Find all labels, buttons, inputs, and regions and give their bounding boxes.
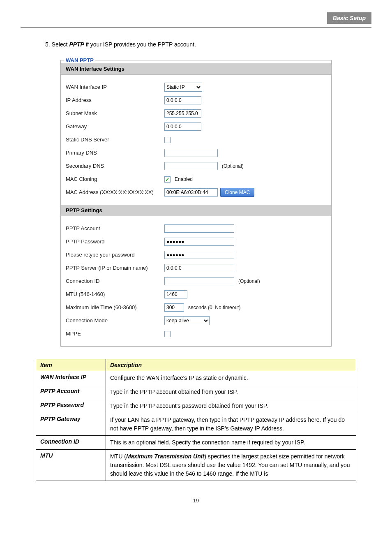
intro-text: 5. Select PPTP if your ISP provides you …	[45, 40, 347, 49]
mac-address-input[interactable]	[164, 188, 218, 197]
clone-mac-button[interactable]: Clone MAC	[220, 188, 254, 197]
label-gateway: Gateway	[66, 122, 164, 131]
secondary-dns-input[interactable]	[164, 162, 218, 170]
header-title: Basic Setup	[327, 12, 371, 24]
primary-dns-input[interactable]	[164, 149, 218, 157]
ip-address-input[interactable]	[164, 96, 201, 104]
description-table: Item Description WAN Interface IP Config…	[36, 359, 356, 481]
label-mac-cloning: MAC Cloning	[66, 175, 164, 184]
static-dns-checkbox[interactable]	[164, 137, 171, 143]
label-wan-interface-ip: WAN Interface IP	[66, 83, 164, 92]
wan-pptp-panel: WAN PPTP WAN Interface Settings WAN Inte…	[60, 57, 332, 347]
label-pptp-account: PPTP Account	[66, 224, 164, 233]
label-connection-mode: Connection Mode	[66, 316, 164, 325]
page-number: 19	[21, 497, 371, 504]
table-header-description: Description	[106, 359, 356, 371]
label-max-idle-time: Maximum Idle Time (60-3600)	[66, 303, 164, 312]
table-row: PPTP Password Type in the PPTP account's…	[36, 399, 356, 413]
secondary-dns-optional: (Optional)	[222, 162, 244, 171]
mppe-checkbox[interactable]	[164, 331, 171, 337]
label-mac-address: MAC Address (XX:XX:XX:XX:XX:XX)	[66, 188, 164, 197]
mtu-input[interactable]	[164, 290, 187, 298]
table-row: MTU MTU (Maximum Transmission Unit) spec…	[36, 450, 356, 481]
mac-cloning-enabled-label: Enabled	[175, 175, 193, 184]
table-row: WAN Interface IP Configure the WAN inter…	[36, 371, 356, 385]
label-pptp-password: PPTP Password	[66, 237, 164, 246]
label-retype-password: Please retype your password	[66, 250, 164, 259]
connection-mode-select[interactable]: keep-alive	[164, 316, 210, 325]
label-subnet-mask: Subnet Mask	[66, 109, 164, 118]
label-primary-dns: Primary DNS	[66, 148, 164, 157]
header-divider	[21, 27, 371, 28]
pptp-server-input[interactable]	[164, 264, 234, 272]
label-static-dns-server: Static DNS Server	[66, 135, 164, 144]
label-mtu: MTU (546-1460)	[66, 290, 164, 299]
pptp-password-input[interactable]	[164, 238, 234, 246]
pptp-account-input[interactable]	[164, 224, 234, 233]
label-pptp-server: PPTP Server (IP or Domain name)	[66, 264, 164, 273]
label-connection-id: Connection ID	[66, 277, 164, 286]
max-idle-time-input[interactable]	[164, 303, 184, 312]
label-mppe: MPPE	[66, 329, 164, 338]
label-secondary-dns: Secondary DNS	[66, 162, 164, 171]
retype-password-input[interactable]	[164, 251, 234, 259]
gateway-input[interactable]	[164, 123, 201, 131]
table-row: PPTP Account Type in the PPTP account ob…	[36, 385, 356, 399]
mac-cloning-checkbox[interactable]	[164, 176, 171, 183]
panel-legend: WAN PPTP	[64, 57, 95, 63]
subnet-mask-input[interactable]	[164, 109, 201, 118]
table-row: Connection ID This is an optional field.…	[36, 436, 356, 450]
connection-id-optional: (Optional)	[238, 277, 260, 286]
section-wan-interface-settings: WAN Interface Settings	[61, 63, 331, 75]
max-idle-suffix: seconds (0: No timeout)	[188, 303, 240, 312]
table-row: PPTP Gateway If your LAN has a PPTP gate…	[36, 413, 356, 436]
section-pptp-settings: PPTP Settings	[61, 205, 331, 216]
label-ip-address: IP Address	[66, 96, 164, 105]
table-header-item: Item	[36, 359, 106, 371]
connection-id-input[interactable]	[164, 277, 234, 285]
wan-interface-ip-select[interactable]: Static IP	[164, 83, 202, 92]
